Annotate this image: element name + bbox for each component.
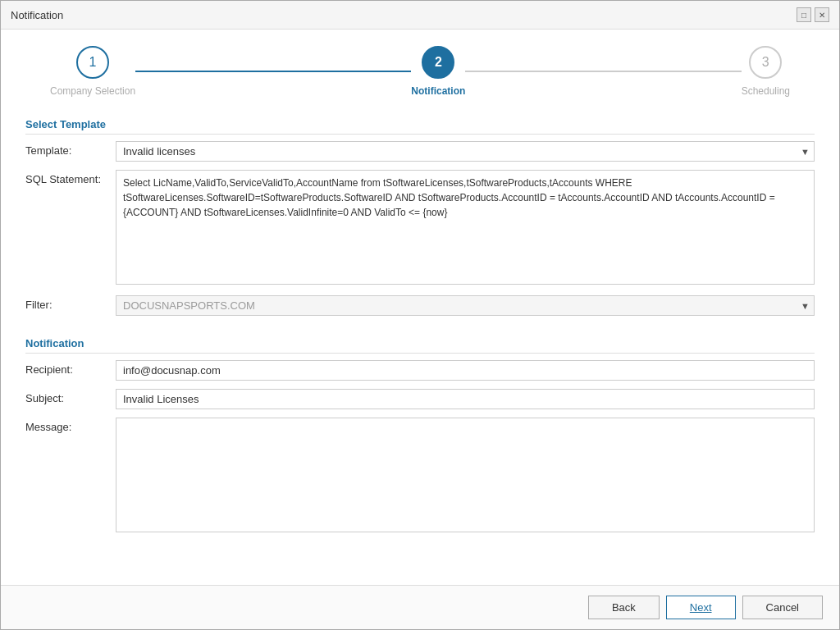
connector-2-3 — [465, 71, 741, 72]
subject-row: Subject: — [25, 389, 815, 409]
template-select-wrapper: Invalid licenses ▼ — [116, 141, 815, 162]
template-select[interactable]: Invalid licenses — [116, 141, 815, 162]
step-1: 1 Company Selection — [50, 46, 135, 97]
filter-control: DOCUSNAPSPORTS.COM ▼ — [116, 295, 815, 316]
filter-select-wrapper: DOCUSNAPSPORTS.COM ▼ — [116, 295, 815, 316]
step-3-label: Scheduling — [742, 85, 790, 97]
next-button[interactable]: Next — [666, 596, 736, 619]
sql-control: Select LicName,ValidTo,ServiceValidTo,Ac… — [116, 170, 815, 287]
sql-row: SQL Statement: Select LicName,ValidTo,Se… — [25, 170, 815, 287]
step-2-label: Notification — [411, 85, 465, 97]
select-template-section: Select Template Template: Invalid licens… — [25, 118, 815, 324]
minimize-icon: □ — [801, 11, 806, 20]
notification-header: Notification — [25, 337, 815, 354]
select-template-header: Select Template — [25, 118, 815, 135]
recipient-row: Recipient: — [25, 360, 815, 381]
message-row: Message: — [25, 418, 815, 535]
subject-control — [116, 389, 815, 409]
close-button[interactable]: ✕ — [815, 7, 829, 22]
recipient-input[interactable] — [116, 360, 815, 381]
title-bar: Notification □ ✕ — [1, 1, 839, 30]
template-label: Template: — [25, 141, 116, 157]
wizard-steps: 1 Company Selection 2 Notification 3 Sch… — [1, 30, 839, 105]
step-3: 3 Scheduling — [742, 46, 790, 97]
sql-textarea[interactable]: Select LicName,ValidTo,ServiceValidTo,Ac… — [116, 170, 815, 285]
step-1-circle: 1 — [76, 46, 109, 79]
cancel-button[interactable]: Cancel — [742, 596, 823, 619]
close-icon: ✕ — [819, 11, 825, 20]
step-3-circle: 3 — [749, 46, 782, 79]
message-label: Message: — [25, 418, 116, 433]
sql-label: SQL Statement: — [25, 170, 116, 185]
notification-section: Notification Recipient: Subject: Message… — [25, 337, 815, 543]
main-content: Select Template Template: Invalid licens… — [1, 105, 839, 585]
filter-row: Filter: DOCUSNAPSPORTS.COM ▼ — [25, 295, 815, 316]
window-title: Notification — [11, 9, 63, 21]
connector-1-2 — [135, 71, 411, 72]
filter-label: Filter: — [25, 295, 116, 311]
message-textarea[interactable] — [116, 418, 815, 532]
filter-select[interactable]: DOCUSNAPSPORTS.COM — [116, 295, 815, 316]
subject-label: Subject: — [25, 389, 116, 404]
recipient-control — [116, 360, 815, 381]
main-window: Notification □ ✕ 1 Company Selection 2 N… — [0, 0, 840, 630]
back-button[interactable]: Back — [588, 596, 660, 619]
title-controls: □ ✕ — [797, 7, 829, 22]
subject-input[interactable] — [116, 389, 815, 409]
template-row: Template: Invalid licenses ▼ — [25, 141, 815, 162]
step-1-label: Company Selection — [50, 85, 135, 97]
template-control: Invalid licenses ▼ — [116, 141, 815, 162]
recipient-label: Recipient: — [25, 360, 116, 376]
message-control — [116, 418, 815, 535]
footer: Back Next Cancel — [1, 585, 839, 629]
step-2: 2 Notification — [411, 46, 465, 97]
step-2-circle: 2 — [422, 46, 454, 79]
minimize-button[interactable]: □ — [797, 7, 811, 22]
